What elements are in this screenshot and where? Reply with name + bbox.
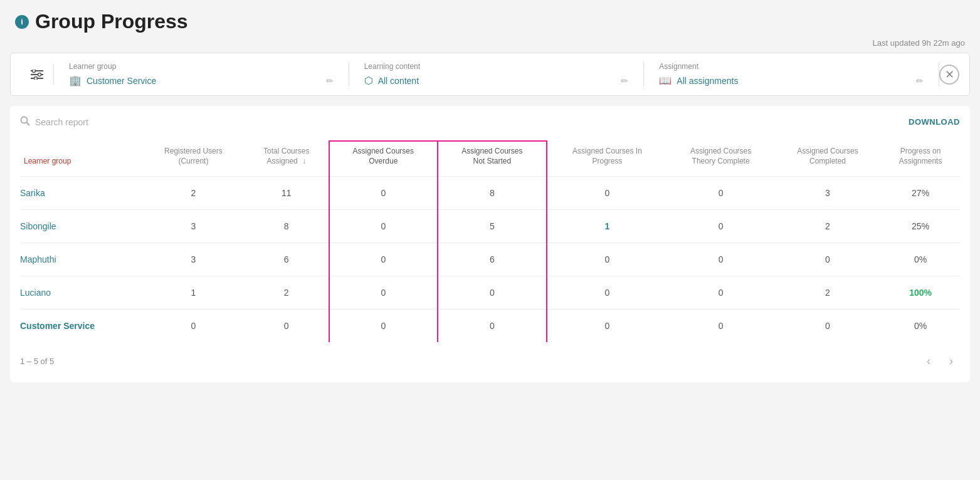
pagination-next-button[interactable]: ›: [942, 352, 960, 370]
col-header-registered: Registered Users(Current): [142, 141, 245, 177]
table-row-completed: 3: [774, 177, 881, 210]
main-content: DOWNLOAD Learner group Registered Users(…: [10, 106, 970, 382]
learner-group-edit-icon[interactable]: ✏: [326, 76, 334, 86]
pagination: 1 – 5 of 5 ‹ ›: [20, 342, 960, 372]
table-row-name[interactable]: Maphuthi: [20, 243, 142, 276]
learner-group-value: Customer Service: [87, 76, 156, 86]
table-row-in-progress: 0: [547, 243, 668, 276]
col-header-name: Learner group: [20, 141, 142, 177]
assignment-edit-icon[interactable]: ✏: [916, 76, 924, 86]
table-row-progress: 0%: [881, 310, 960, 343]
col-header-theory-complete: Assigned CoursesTheory Complete: [667, 141, 774, 177]
table-row-in-progress: 0: [547, 276, 668, 310]
filter-toggle-button[interactable]: [21, 65, 54, 85]
svg-line-7: [27, 123, 30, 126]
learning-content-edit-icon[interactable]: ✏: [621, 76, 628, 86]
table-row-theory-complete: 0: [667, 177, 774, 210]
table-row-registered: 2: [142, 177, 245, 210]
last-updated-text: Last updated 9h 22m ago: [0, 38, 980, 48]
table-row-name[interactable]: Sibongile: [20, 210, 142, 243]
table-row-registered: 3: [142, 210, 245, 243]
data-table: Learner group Registered Users(Current) …: [20, 140, 960, 342]
close-filter-button[interactable]: ✕: [939, 65, 959, 85]
info-icon: i: [15, 15, 29, 29]
table-row-total-assigned: 6: [245, 243, 329, 276]
table-row-name[interactable]: Luciano: [20, 276, 142, 310]
table-row-registered: 1: [142, 276, 245, 310]
sort-arrow-icon: ↓: [302, 157, 306, 167]
col-header-not-started: Assigned CoursesNot Started: [438, 141, 547, 177]
svg-point-4: [38, 73, 41, 76]
table-row-in-progress: 0: [547, 177, 668, 210]
table-row-progress: 100%: [881, 276, 960, 310]
table-row-overdue: 0: [329, 276, 438, 310]
table-row-progress: 0%: [881, 243, 960, 276]
page-title: Group Progress: [35, 10, 188, 33]
table-row-not-started: 0: [438, 310, 547, 343]
learner-group-icon: 🏢: [69, 75, 82, 86]
table-row-completed: 0: [774, 243, 881, 276]
learning-content-icon: ⬡: [364, 75, 373, 86]
table-row-completed: 2: [774, 276, 881, 310]
table-row-overdue: 0: [329, 310, 438, 343]
table-row-not-started: 0: [438, 276, 547, 310]
table-row-overdue: 0: [329, 177, 438, 210]
pagination-range: 1 – 5 of 5: [20, 357, 54, 366]
assignment-label: Assignment: [659, 62, 924, 71]
assignment-value: All assignments: [677, 76, 738, 86]
learning-content-filter: Learning content ⬡ All content ✏: [349, 62, 645, 86]
col-header-overdue: Assigned CoursesOverdue: [329, 141, 438, 177]
table-row-registered: 3: [142, 243, 245, 276]
table-row-progress: 25%: [881, 210, 960, 243]
download-button[interactable]: DOWNLOAD: [909, 117, 960, 127]
table-row-theory-complete: 0: [667, 310, 774, 343]
table-row-total-assigned: 8: [245, 210, 329, 243]
table-row-theory-complete: 0: [667, 276, 774, 310]
table-row-registered: 0: [142, 310, 245, 343]
table-row-in-progress: 0: [547, 310, 668, 343]
table-row-total-assigned: 11: [245, 177, 329, 210]
svg-point-5: [34, 76, 38, 80]
search-bar: DOWNLOAD: [20, 116, 960, 128]
table-row-theory-complete: 0: [667, 210, 774, 243]
table-row-not-started: 6: [438, 243, 547, 276]
assignment-filter: Assignment 📖 All assignments ✏: [644, 62, 939, 86]
col-header-completed: Assigned CoursesCompleted: [774, 141, 881, 177]
data-table-container: Learner group Registered Users(Current) …: [20, 140, 960, 342]
table-row-theory-complete: 0: [667, 243, 774, 276]
table-row-completed: 2: [774, 210, 881, 243]
learner-group-label: Learner group: [69, 62, 334, 71]
col-header-progress: Progress onAssignments: [881, 141, 960, 177]
table-row-total-assigned: 2: [245, 276, 329, 310]
assignment-icon: 📖: [659, 75, 672, 86]
table-row-name[interactable]: Sarika: [20, 177, 142, 210]
col-header-total-assigned[interactable]: Total CoursesAssigned ↓: [245, 141, 329, 177]
search-input[interactable]: [35, 117, 161, 127]
col-header-in-progress: Assigned Courses InProgress: [547, 141, 668, 177]
table-row-total-assigned: 0: [245, 310, 329, 343]
table-row-name[interactable]: Customer Service: [20, 310, 142, 343]
table-row-not-started: 5: [438, 210, 547, 243]
learner-group-filter: Learner group 🏢 Customer Service ✏: [54, 62, 349, 86]
table-row-completed: 0: [774, 310, 881, 343]
filter-bar: Learner group 🏢 Customer Service ✏ Learn…: [10, 53, 970, 96]
learning-content-value: All content: [378, 76, 419, 86]
svg-point-3: [33, 70, 36, 73]
table-row-not-started: 8: [438, 177, 547, 210]
pagination-prev-button[interactable]: ‹: [920, 352, 937, 370]
table-row-overdue: 0: [329, 210, 438, 243]
svg-point-6: [21, 117, 28, 123]
table-row-overdue: 0: [329, 243, 438, 276]
search-area: [20, 116, 161, 128]
table-row-in-progress: 1: [547, 210, 668, 243]
pagination-nav: ‹ ›: [920, 352, 960, 370]
search-icon: [20, 116, 30, 128]
table-row-progress: 27%: [881, 177, 960, 210]
close-icon: ✕: [945, 68, 954, 81]
learning-content-label: Learning content: [364, 62, 629, 71]
